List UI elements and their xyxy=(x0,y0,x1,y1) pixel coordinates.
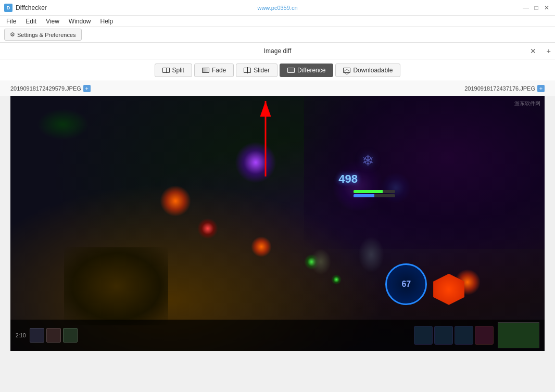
slider-icon xyxy=(244,68,251,73)
split-icon xyxy=(162,68,170,73)
hp-bar-blue xyxy=(354,194,395,197)
menu-help[interactable]: Help xyxy=(96,17,118,26)
watermark: www.pc0359.cn xyxy=(257,5,297,11)
title-bar-left: D Diffchecker xyxy=(4,4,47,12)
diff-icon xyxy=(287,68,295,73)
tab-fade-label: Fade xyxy=(212,67,226,74)
settings-preferences-button[interactable]: ⚙ Settings & Preferences xyxy=(4,29,82,41)
left-filename: 20190918172429579.JPEG xyxy=(10,85,81,92)
tab-split[interactable]: Split xyxy=(155,64,192,77)
settings-gear-icon: ⚙ xyxy=(10,31,15,38)
foliage-area xyxy=(64,247,168,325)
hud-bottom: 2:10 xyxy=(10,320,545,351)
tab-slider-label: Slider xyxy=(254,67,270,74)
damage-number: 498 xyxy=(338,172,358,186)
tab-slider[interactable]: Slider xyxy=(236,64,278,77)
timer-display: 2:10 xyxy=(16,333,26,338)
skill-q xyxy=(414,326,433,345)
glow-orange-2 xyxy=(251,236,272,257)
image-diff-header: Image diff ✕ + xyxy=(0,43,555,59)
hp-bar-area xyxy=(354,190,395,197)
tab-downloadable[interactable]: ⬡ Downloadable xyxy=(335,64,400,77)
menu-view[interactable]: View xyxy=(42,17,64,26)
menu-file[interactable]: File xyxy=(2,17,20,26)
left-file-add-icon[interactable]: + xyxy=(83,85,91,92)
close-button[interactable]: ✕ xyxy=(543,4,551,12)
tab-difference-label: Difference xyxy=(297,67,325,74)
toolbar: Split Fade Slider Difference ⬡ Downloada… xyxy=(0,59,555,81)
foliage-top-left xyxy=(37,109,89,140)
header-close-button[interactable]: ✕ xyxy=(530,47,536,55)
skill-w xyxy=(434,326,453,345)
circle-ui: 67 xyxy=(385,263,427,305)
skill-e xyxy=(455,326,473,345)
glow-orange-1 xyxy=(160,185,191,217)
minimize-button[interactable]: — xyxy=(522,4,530,12)
glow-purple-1 xyxy=(235,142,276,183)
window-controls: — □ ✕ xyxy=(522,4,551,12)
tab-split-label: Split xyxy=(172,67,184,74)
file-label-left: 20190918172429579.JPEG + xyxy=(10,85,278,92)
right-filename: 20190918172437176.JPEG xyxy=(464,85,535,92)
file-label-right: 20190918172437176.JPEG + xyxy=(278,85,545,92)
hud-item-3 xyxy=(63,328,78,343)
screenshot-watermark: 游东软件网 xyxy=(514,100,540,107)
skill-r xyxy=(475,326,494,345)
menu-window[interactable]: Window xyxy=(65,17,95,26)
character-2 xyxy=(310,249,331,275)
hp-fill-green xyxy=(354,190,383,193)
settings-bar: ⚙ Settings & Preferences xyxy=(0,27,555,43)
title-bar: D Diffchecker www.pc0359.cn — □ ✕ xyxy=(0,0,555,16)
game-screenshot: ❄ 498 67 2:10 xyxy=(10,96,545,351)
image-diff-title: Image diff xyxy=(264,47,291,55)
hp-bar-green xyxy=(354,190,395,193)
file-labels: 20190918172429579.JPEG + 201909181724371… xyxy=(0,81,555,96)
tab-downloadable-label: Downloadable xyxy=(353,67,393,74)
character-1 xyxy=(358,236,384,273)
maximize-button[interactable]: □ xyxy=(532,4,540,12)
tab-difference[interactable]: Difference xyxy=(280,64,333,77)
image-area: ❄ 498 67 2:10 xyxy=(10,96,545,351)
settings-button-label: Settings & Preferences xyxy=(17,32,76,38)
glow-red-1 xyxy=(197,218,218,239)
hud-items xyxy=(30,328,78,343)
header-plus-button[interactable]: + xyxy=(547,47,551,55)
hud-minimap xyxy=(498,322,539,348)
hud-item-2 xyxy=(46,328,61,343)
app-title: Diffchecker xyxy=(16,4,47,11)
menu-bar: File Edit View Window Help xyxy=(0,16,555,27)
right-file-add-icon[interactable]: + xyxy=(537,85,545,92)
app-logo: D xyxy=(4,4,12,12)
hud-item-1 xyxy=(30,328,44,343)
menu-edit[interactable]: Edit xyxy=(21,17,41,26)
circle-number: 67 xyxy=(401,280,411,289)
hp-fill-blue xyxy=(354,194,374,197)
download-icon: ⬡ xyxy=(343,68,350,73)
glow-green-2 xyxy=(331,274,342,285)
crystal-icon: ❄ xyxy=(362,152,374,169)
tab-fade[interactable]: Fade xyxy=(194,64,234,77)
hud-skills xyxy=(414,326,494,345)
fade-icon xyxy=(202,68,209,73)
